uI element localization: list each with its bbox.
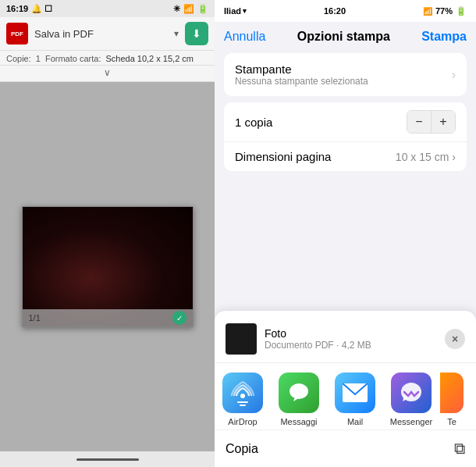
left-content: 1/1 ✓ xyxy=(0,82,215,451)
share-apps-row: AirDrop Messaggi xyxy=(215,363,476,430)
messenger-icon xyxy=(391,373,432,413)
copies-label-print: 1 copia xyxy=(235,116,272,129)
print-options-title: Opzioni stampa xyxy=(297,30,390,44)
save-icon: ⬇ xyxy=(192,27,201,40)
stepper-minus-button[interactable]: − xyxy=(407,111,431,133)
left-status-icons: 🔔 ☐ xyxy=(31,4,52,14)
left-toolbar: PDF Salva in PDF ▾ ⬇ xyxy=(0,17,215,51)
left-time: 16:19 xyxy=(6,4,28,13)
file-details: Foto Documento PDF · 4,2 MB xyxy=(265,327,371,351)
share-file-row: Foto Documento PDF · 4,2 MB × xyxy=(215,320,476,363)
copy-icon: ⧉ xyxy=(454,440,465,458)
messenger-label: Messenger xyxy=(390,417,432,426)
wifi-icon: 📶 xyxy=(183,4,194,14)
bluetooth-icon: ✳ xyxy=(173,4,180,14)
copy-label: Copia xyxy=(226,442,258,456)
chevron-row[interactable]: ∨ xyxy=(0,66,215,82)
format-value[interactable]: Scheda 10,2 x 15,2 cm xyxy=(105,54,194,63)
stampa-button[interactable]: Stampa xyxy=(421,30,467,44)
file-name: Foto xyxy=(265,327,371,340)
file-thumbnail xyxy=(226,323,257,355)
share-app-more[interactable]: Te xyxy=(439,373,464,426)
left-status-right: ✳ 📶 🔋 xyxy=(173,4,208,14)
printer-label: Stampante xyxy=(235,62,368,76)
copy-row[interactable]: Copia ⧉ xyxy=(215,430,476,467)
svg-point-1 xyxy=(240,394,245,398)
dimensions-value-row: 10 x 15 cm › xyxy=(396,151,456,163)
svg-point-4 xyxy=(290,383,308,399)
battery-icon: 🔋 xyxy=(456,6,467,16)
share-app-airdrop[interactable]: AirDrop xyxy=(215,373,271,426)
share-close-button[interactable]: × xyxy=(445,329,465,349)
right-status-icons: 📶 77% 🔋 xyxy=(423,6,467,16)
left-bottom-bar xyxy=(0,451,215,467)
airdrop-label: AirDrop xyxy=(228,417,257,426)
copies-label: Copie: xyxy=(6,54,31,63)
print-options-area: Annulla Opzioni stampa Stampa Stampante … xyxy=(215,22,476,185)
right-time: 16:20 xyxy=(324,6,346,16)
printer-row[interactable]: Stampante Nessuna stampante selezionata … xyxy=(224,53,467,96)
airdrop-icon xyxy=(222,373,263,413)
left-status-bar: 16:19 🔔 ☐ ✳ 📶 🔋 xyxy=(0,0,215,17)
signal-icon: ▾ xyxy=(243,7,247,15)
messaggi-label: Messaggi xyxy=(280,417,317,426)
more-label: Te xyxy=(447,417,456,426)
left-panel: 16:19 🔔 ☐ ✳ 📶 🔋 PDF Salva in PDF ▾ ⬇ Cop… xyxy=(0,0,215,467)
share-file-info: Foto Documento PDF · 4,2 MB xyxy=(226,323,371,355)
pdf-icon: PDF xyxy=(6,23,28,45)
home-indicator xyxy=(76,458,139,461)
expand-chevron-icon[interactable]: ∨ xyxy=(104,67,111,78)
check-icon: ✓ xyxy=(172,311,186,325)
mail-icon xyxy=(335,373,375,413)
page-indicator: 1/1 xyxy=(29,313,41,323)
left-options-row: Copie: 1 Formato carta: Scheda 10,2 x 15… xyxy=(0,51,215,66)
share-app-messaggi[interactable]: Messaggi xyxy=(271,373,327,426)
printer-chevron-icon: › xyxy=(452,68,456,82)
printer-sub: Nessuna stampante selezionata xyxy=(235,76,368,87)
size-row[interactable]: Dimensioni pagina 10 x 15 cm › xyxy=(224,142,467,171)
file-sub: Documento PDF · 4,2 MB xyxy=(265,340,371,351)
copies-row: 1 copia − + xyxy=(224,102,467,142)
right-panel: Iliad ▾ 16:20 📶 77% 🔋 Annulla Opzioni st… xyxy=(215,0,476,467)
left-status-left: 16:19 🔔 ☐ xyxy=(6,4,52,14)
print-nav: Annulla Opzioni stampa Stampa xyxy=(224,30,467,44)
annulla-button[interactable]: Annulla xyxy=(224,30,265,44)
copies-size-card: 1 copia − + Dimensioni pagina 10 x 15 cm… xyxy=(224,102,467,171)
dimensions-value: 10 x 15 cm xyxy=(396,151,449,163)
stepper-plus-button[interactable]: + xyxy=(432,111,455,133)
save-button[interactable]: ⬇ xyxy=(185,22,208,45)
battery-left: 🔋 xyxy=(197,4,208,14)
copies-stepper[interactable]: − + xyxy=(407,110,456,134)
more-app-icon xyxy=(440,373,464,413)
printer-card: Stampante Nessuna stampante selezionata … xyxy=(224,53,467,96)
right-wifi-icon: 📶 xyxy=(423,7,432,16)
printer-info: Stampante Nessuna stampante selezionata xyxy=(235,62,368,87)
share-sheet: Foto Documento PDF · 4,2 MB × xyxy=(215,311,476,467)
copies-value: 1 xyxy=(36,54,41,63)
share-app-mail[interactable]: Mail xyxy=(327,373,383,426)
pdf-preview: 1/1 ✓ xyxy=(22,206,194,327)
right-battery-pct: 77% xyxy=(435,6,453,16)
mail-label: Mail xyxy=(347,417,363,426)
messaggi-icon xyxy=(279,373,319,413)
dimensions-chevron-icon: › xyxy=(452,151,456,163)
svg-rect-0 xyxy=(222,373,263,413)
toolbar-dropdown-arrow[interactable]: ▾ xyxy=(174,28,179,39)
right-status-bar: Iliad ▾ 16:20 📶 77% 🔋 xyxy=(215,0,476,22)
signal-area: Iliad ▾ xyxy=(224,6,247,16)
share-app-messenger[interactable]: Messenger xyxy=(383,373,439,426)
carrier-name: Iliad xyxy=(224,6,241,16)
pdf-preview-footer: 1/1 ✓ xyxy=(23,309,193,326)
salva-label: Salva in PDF xyxy=(34,28,168,40)
dimensions-label: Dimensioni pagina xyxy=(235,150,331,163)
format-label: Formato carta: xyxy=(45,54,101,63)
